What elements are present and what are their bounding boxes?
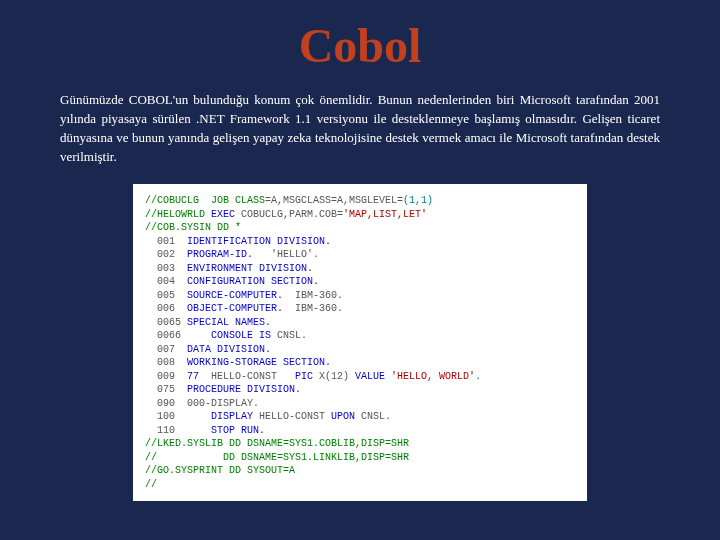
- code-line: 007 DATA DIVISION.: [145, 343, 575, 357]
- code-line: 009 77 HELLO-CONST PIC X(12) VALUE 'HELL…: [145, 370, 575, 384]
- code-line: 005 SOURCE-COMPUTER. IBM-360.: [145, 289, 575, 303]
- code-line: 004 CONFIGURATION SECTION.: [145, 275, 575, 289]
- code-line: 008 WORKING-STORAGE SECTION.: [145, 356, 575, 370]
- code-line: 110 STOP RUN.: [145, 424, 575, 438]
- code-line: 001 IDENTIFICATION DIVISION.: [145, 235, 575, 249]
- code-line: 006 OBJECT-COMPUTER. IBM-360.: [145, 302, 575, 316]
- code-line: //COBUCLG JOB CLASS=A,MSGCLASS=A,MSGLEVE…: [145, 194, 575, 208]
- code-line: // DD DSNAME=SYS1.LINKLIB,DISP=SHR: [145, 451, 575, 465]
- code-line: 075 PROCEDURE DIVISION.: [145, 383, 575, 397]
- code-line: 002 PROGRAM-ID. 'HELLO'.: [145, 248, 575, 262]
- body-paragraph: Günümüzde COBOL'un bulunduğu konum çok ö…: [60, 91, 660, 166]
- code-sample: //COBUCLG JOB CLASS=A,MSGCLASS=A,MSGLEVE…: [133, 184, 587, 501]
- slide: Cobol Günümüzde COBOL'un bulunduğu konum…: [0, 0, 720, 521]
- code-line: 100 DISPLAY HELLO-CONST UPON CNSL.: [145, 410, 575, 424]
- code-line: 090 000-DISPLAY.: [145, 397, 575, 411]
- code-line: //: [145, 478, 575, 492]
- code-line: 003 ENVIRONMENT DIVISION.: [145, 262, 575, 276]
- code-line: 0065 SPECIAL NAMES.: [145, 316, 575, 330]
- code-line: //LKED.SYSLIB DD DSNAME=SYS1.COBLIB,DISP…: [145, 437, 575, 451]
- page-title: Cobol: [60, 18, 660, 73]
- code-line: //COB.SYSIN DD *: [145, 221, 575, 235]
- code-line: 0066 CONSOLE IS CNSL.: [145, 329, 575, 343]
- code-line: //HELOWRLD EXEC COBUCLG,PARM.COB='MAP,LI…: [145, 208, 575, 222]
- code-line: //GO.SYSPRINT DD SYSOUT=A: [145, 464, 575, 478]
